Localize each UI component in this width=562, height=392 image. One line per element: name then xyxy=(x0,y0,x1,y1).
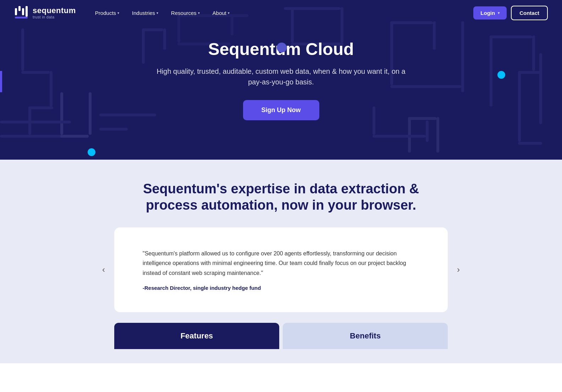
svg-rect-44 xyxy=(373,135,426,138)
svg-rect-6 xyxy=(21,71,50,74)
svg-rect-1 xyxy=(18,6,21,11)
nav-item-products[interactable]: Products ▾ xyxy=(90,7,124,19)
nav-links: Products ▾ Industries ▾ Resources ▾ Abou… xyxy=(90,7,473,19)
svg-rect-29 xyxy=(0,121,71,123)
expertise-title: Sequentum's expertise in data extraction… xyxy=(121,181,441,213)
chevron-down-icon: ▾ xyxy=(156,11,158,15)
signup-button[interactable]: Sign Up Now xyxy=(243,100,319,120)
hero-dot-cyan-bottom xyxy=(88,148,95,156)
benefits-card[interactable]: Benefits xyxy=(283,323,448,349)
svg-rect-5 xyxy=(21,28,24,71)
features-label: Features xyxy=(181,331,213,341)
svg-rect-20 xyxy=(433,21,436,50)
login-label: Login xyxy=(480,10,495,16)
nav-item-industries[interactable]: Industries ▾ xyxy=(127,7,163,19)
nav-label-products: Products xyxy=(95,10,116,16)
nav-actions: Login ▾ Contact xyxy=(473,6,548,20)
svg-rect-28 xyxy=(436,117,439,153)
logo-text: sequentum trust in data xyxy=(33,6,76,19)
signup-label: Sign Up Now xyxy=(261,106,301,114)
chevron-down-icon: ▾ xyxy=(198,11,200,15)
svg-rect-34 xyxy=(142,28,163,31)
contact-label: Contact xyxy=(519,10,539,16)
svg-rect-36 xyxy=(518,71,521,142)
hero-subtitle: High quality, trusted, auditable, custom… xyxy=(153,66,409,87)
svg-rect-0 xyxy=(15,8,17,15)
svg-rect-3 xyxy=(26,6,28,17)
chevron-down-icon: ▾ xyxy=(117,11,119,15)
testimonial-wrapper: ‹ "Sequentum's platform allowed us to co… xyxy=(114,227,448,312)
svg-rect-37 xyxy=(539,53,542,124)
svg-rect-46 xyxy=(426,121,429,142)
svg-rect-2 xyxy=(22,8,24,15)
testimonial-text: "Sequentum's platform allowed us to conf… xyxy=(143,249,419,278)
hero-dot-purple xyxy=(277,43,287,53)
svg-rect-7 xyxy=(50,71,53,106)
svg-rect-25 xyxy=(532,35,535,71)
testimonial-card: "Sequentum's platform allowed us to conf… xyxy=(114,227,448,312)
testimonial-author: -Research Director, single industry hedg… xyxy=(143,285,419,291)
login-button[interactable]: Login ▾ xyxy=(473,6,507,20)
chevron-down-icon: ▾ xyxy=(228,11,230,15)
svg-rect-11 xyxy=(60,92,63,135)
nav-label-about: About xyxy=(213,10,226,16)
svg-rect-24 xyxy=(490,35,532,38)
contact-button[interactable]: Contact xyxy=(511,6,548,20)
expertise-section: Sequentum's expertise in data extraction… xyxy=(0,160,562,363)
svg-rect-23 xyxy=(490,35,492,106)
benefits-label: Benefits xyxy=(350,331,381,341)
logo-tagline: trust in data xyxy=(33,15,76,19)
logo[interactable]: sequentum trust in data xyxy=(14,5,76,20)
chevron-down-icon: ▾ xyxy=(498,11,500,15)
svg-rect-8 xyxy=(28,106,53,109)
logo-icon xyxy=(14,5,29,20)
nav-item-about[interactable]: About ▾ xyxy=(208,7,235,19)
svg-rect-38 xyxy=(518,71,542,74)
carousel-next-button[interactable]: › xyxy=(451,263,465,277)
navbar: sequentum trust in data Products ▾ Indus… xyxy=(0,0,562,26)
svg-rect-30 xyxy=(0,135,35,138)
svg-rect-13 xyxy=(89,92,92,135)
nav-item-resources[interactable]: Resources ▾ xyxy=(166,7,205,19)
hero-dot-cyan xyxy=(497,71,505,79)
logo-name: sequentum xyxy=(33,6,76,15)
features-card[interactable]: Features xyxy=(114,323,279,349)
svg-rect-22 xyxy=(461,21,464,92)
bottom-cards: Features Benefits xyxy=(114,323,448,349)
svg-rect-4 xyxy=(15,17,28,18)
carousel-prev-button[interactable]: ‹ xyxy=(97,263,111,277)
nav-label-resources: Resources xyxy=(171,10,197,16)
hero-left-bar xyxy=(0,71,2,92)
nav-label-industries: Industries xyxy=(132,10,155,16)
svg-rect-39 xyxy=(518,142,542,145)
svg-rect-12 xyxy=(60,135,89,138)
svg-rect-32 xyxy=(99,128,128,131)
